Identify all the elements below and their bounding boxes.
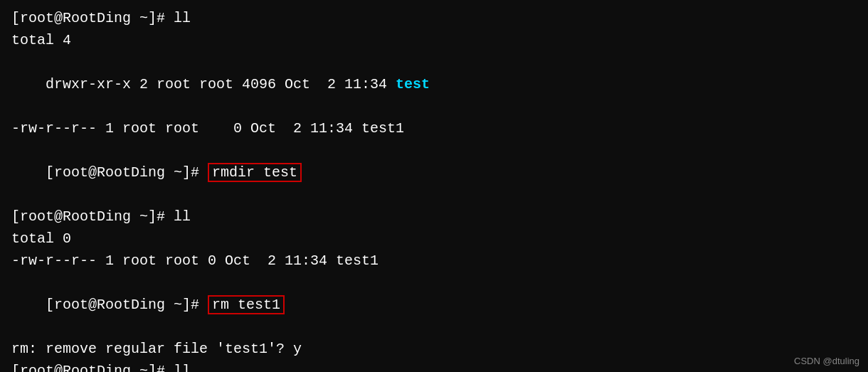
terminal: [root@RootDing ~]# ll total 4 drwxr-xr-x… — [0, 0, 868, 372]
line-3: drwxr-xr-x 2 root root 4096 Oct 2 11:34 … — [11, 51, 857, 117]
directory-name: test — [396, 76, 430, 92]
line-6: [root@RootDing ~]# ll — [11, 206, 857, 228]
line-10: rm: remove regular file 'test1'? y — [11, 338, 857, 360]
rm-command: rm test1 — [208, 295, 285, 314]
line-7: total 0 — [11, 228, 857, 250]
line-8: -rw-r--r-- 1 root root 0 Oct 2 11:34 tes… — [11, 250, 857, 272]
watermark-text: CSDN @dtuling — [794, 356, 859, 366]
line-9: [root@RootDing ~]# rm test1 — [11, 272, 857, 338]
line-4: -rw-r--r-- 1 root root 0 Oct 2 11:34 tes… — [11, 117, 857, 139]
rmdir-command: rmdir test — [208, 163, 302, 182]
line-3-prefix: drwxr-xr-x 2 root root 4096 Oct 2 11:34 — [46, 76, 396, 92]
line-9-prefix: [root@RootDing ~]# — [46, 297, 208, 313]
line-5-prefix: [root@RootDing ~]# — [46, 164, 208, 181]
line-2: total 4 — [11, 29, 857, 51]
line-1: [root@RootDing ~]# ll — [11, 7, 857, 29]
line-11: [root@RootDing ~]# ll — [11, 360, 857, 372]
line-5: [root@RootDing ~]# rmdir test — [11, 139, 857, 206]
